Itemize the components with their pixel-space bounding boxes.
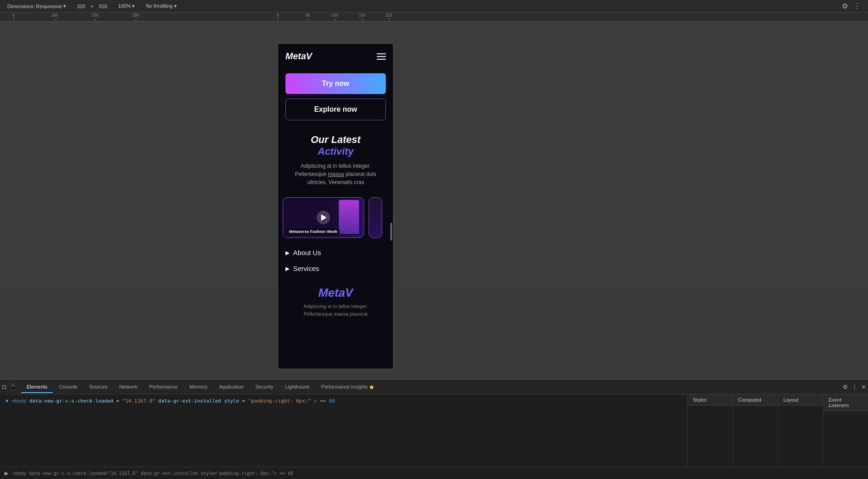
devtools-panel: ⊡ 📱 Elements Console Sources Network Per… (0, 379, 868, 479)
chevron-down-icon-zoom: ▾ (132, 3, 135, 9)
devtools-statusbar: ▶ <body data-new-gr-c-s-check-loaded="14… (0, 467, 868, 479)
tab-performance[interactable]: Performance (144, 381, 183, 393)
arrow-icon-about: ▶ (285, 250, 289, 256)
devtools-close-icon[interactable]: ✕ (861, 384, 866, 390)
arrow-icon-services: ▶ (285, 266, 289, 272)
hamburger-menu[interactable] (377, 53, 386, 60)
expand-icon[interactable]: ▶ (5, 470, 8, 476)
tab-application[interactable]: Application (214, 381, 249, 393)
video-card-1[interactable]: Metaverse Fashion Week (283, 197, 364, 238)
activity-description: Adipiscing at in tellus integer. Pellent… (285, 162, 386, 186)
side-panels: Styles Computed Layout Event Listeners (687, 394, 868, 467)
highlight-text: massa (328, 171, 344, 177)
settings-icon[interactable]: ⚙ (842, 2, 848, 10)
mobile-preview: MetaV Try now Explore now Our Latest Act… (278, 43, 394, 369)
dimensions-control[interactable]: Dimensions: Responsive ▾ (7, 3, 66, 9)
height-value[interactable]: 920 (99, 4, 107, 9)
tab-elements[interactable]: Elements (21, 381, 53, 393)
accordion-nav-links: ▶ About Us ▶ Services (278, 244, 393, 277)
tab-network[interactable]: Network (114, 381, 143, 393)
video-cards-row: Metaverse Fashion Week (278, 191, 393, 244)
cta-buttons: Try now Explore now (278, 69, 393, 125)
more-options-icon[interactable]: ⋮ (854, 2, 861, 10)
event-listeners-panel: Event Listeners (823, 394, 868, 467)
devtools-settings-icon[interactable]: ⚙ (843, 384, 848, 390)
devtools-icons: ⊡ 📱 (2, 384, 17, 390)
layout-panel: Layout (778, 394, 823, 467)
styles-tab[interactable]: Styles (688, 394, 732, 406)
about-us-label: About Us (293, 249, 321, 256)
footer-brand: MetaV Adipiscing at in tellus integer. P… (278, 277, 393, 320)
tab-sources[interactable]: Sources (84, 381, 113, 393)
scrollbar[interactable] (390, 223, 392, 241)
activity-subtitle: Activity (285, 146, 386, 157)
tab-perf-insights[interactable]: Performance insights ⭐ (316, 381, 379, 393)
inspect-icon[interactable]: ⊡ (2, 384, 7, 390)
elements-panel: ▼ <body data-new-gr-c-s-check-loaded = "… (0, 394, 687, 467)
throttle-control[interactable]: No throttling ▾ (146, 3, 176, 9)
services-label: Services (293, 265, 319, 272)
layout-tab[interactable]: Layout (778, 394, 823, 406)
video-card-label: Metaverse Fashion Week (287, 228, 340, 235)
devtools-more-icon[interactable]: ⋮ (852, 384, 858, 390)
chevron-down-icon-throttle: ▾ (174, 3, 177, 9)
try-now-button[interactable]: Try now (285, 73, 386, 94)
event-listeners-tab[interactable]: Event Listeners (823, 394, 868, 411)
devtools-actions: ⚙ ⋮ ✕ (843, 384, 866, 390)
explore-now-button[interactable]: Explore now (285, 99, 386, 120)
ruler-tick-0: 0 (13, 14, 15, 18)
video-card-inner: Metaverse Fashion Week (283, 198, 364, 237)
video-card-partial (369, 197, 382, 238)
device-icon[interactable]: 📱 (9, 384, 17, 390)
status-code: <body data-new-gr-c-s-check-loaded="14.1… (13, 471, 293, 476)
tab-security[interactable]: Security (250, 381, 279, 393)
footer-logo: MetaV (285, 286, 386, 300)
browser-toolbar: Dimensions: Responsive ▾ 320 × 920 100% … (0, 0, 868, 13)
computed-tab[interactable]: Computed (733, 394, 778, 406)
chevron-down-icon: ▾ (63, 3, 66, 9)
play-button[interactable] (317, 211, 330, 224)
tab-console[interactable]: Console (54, 381, 83, 393)
play-icon (321, 214, 327, 221)
nav-logo: MetaV (285, 51, 312, 62)
mobile-navbar: MetaV (278, 44, 393, 69)
computed-panel: Computed (733, 394, 778, 467)
dimensions-label: Dimensions: Responsive (7, 4, 62, 9)
styles-panel: Styles (688, 394, 733, 467)
preview-area: MetaV Try now Explore now Our Latest Act… (0, 22, 868, 289)
tab-lighthouse[interactable]: Lighthouse (280, 381, 315, 393)
about-us-link[interactable]: ▶ About Us (285, 249, 386, 256)
tab-memory[interactable]: Memory (184, 381, 213, 393)
footer-description: Adipiscing at in tellus integer. Pellent… (285, 303, 386, 318)
character-figure (339, 200, 359, 234)
devtools-content: ▼ <body data-new-gr-c-s-check-loaded = "… (0, 394, 868, 467)
ruler-bar: 0 100 200 300 0 80 160 240 320 (0, 13, 868, 22)
dimension-x: × (90, 4, 93, 9)
activity-title: Our Latest (285, 134, 386, 146)
activity-section: Our Latest Activity Adipiscing at in tel… (278, 125, 393, 191)
services-link[interactable]: ▶ Services (285, 265, 386, 272)
devtools-tabs-bar: ⊡ 📱 Elements Console Sources Network Per… (0, 380, 868, 394)
zoom-control[interactable]: 100% ▾ (118, 3, 135, 9)
width-value[interactable]: 320 (77, 4, 85, 9)
